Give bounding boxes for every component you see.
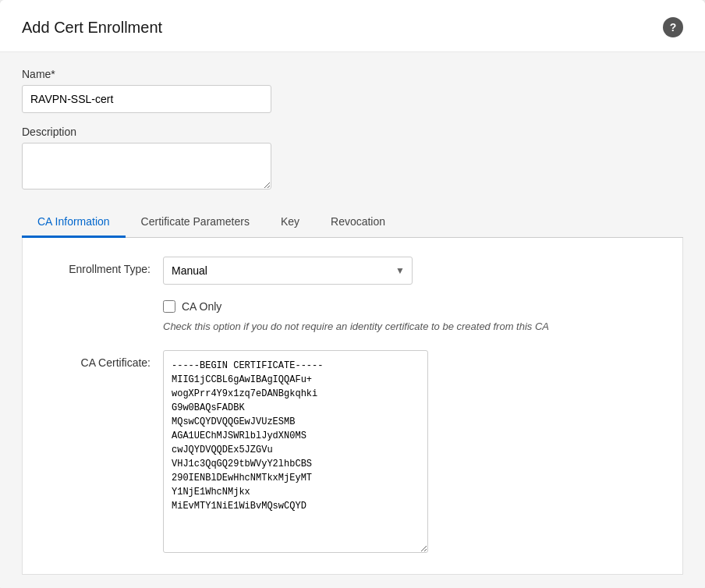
ca-only-label: CA Only xyxy=(182,300,221,313)
ca-only-content: CA Only Check this option if you do not … xyxy=(163,300,667,335)
description-label: Description xyxy=(22,126,683,138)
ca-only-row: CA Only Check this option if you do not … xyxy=(38,300,667,335)
add-cert-enrollment-modal: Add Cert Enrollment ? Name* Description … xyxy=(0,0,705,588)
tab-content-ca-information: Enrollment Type: Manual SCEP EST PKCS12 … xyxy=(22,238,683,575)
tab-ca-information[interactable]: CA Information xyxy=(22,207,126,238)
name-label: Name* xyxy=(22,68,683,80)
enrollment-type-row: Enrollment Type: Manual SCEP EST PKCS12 … xyxy=(38,257,667,285)
name-field-group: Name* xyxy=(22,68,683,113)
modal-title: Add Cert Enrollment xyxy=(22,19,162,37)
tab-certificate-parameters[interactable]: Certificate Parameters xyxy=(126,207,265,238)
enrollment-type-content: Manual SCEP EST PKCS12 ▼ xyxy=(163,257,667,285)
enrollment-type-select[interactable]: Manual SCEP EST PKCS12 xyxy=(163,257,413,285)
enrollment-type-select-wrapper: Manual SCEP EST PKCS12 ▼ xyxy=(163,257,413,285)
ca-only-row-spacer xyxy=(38,300,163,306)
modal-header: Add Cert Enrollment ? xyxy=(0,0,705,52)
ca-certificate-content: -----BEGIN CERTIFICATE----- MIIG1jCCBL6g… xyxy=(163,350,667,555)
ca-certificate-label: CA Certificate: xyxy=(38,350,163,369)
modal-body: Name* Description CA Information Certifi… xyxy=(0,52,705,588)
help-icon[interactable]: ? xyxy=(663,17,683,37)
description-textarea[interactable] xyxy=(22,143,271,190)
ca-certificate-row: CA Certificate: -----BEGIN CERTIFICATE--… xyxy=(38,350,667,555)
description-field-group: Description xyxy=(22,126,683,192)
tab-revocation[interactable]: Revocation xyxy=(315,207,401,238)
enrollment-type-label: Enrollment Type: xyxy=(38,257,163,275)
ca-certificate-textarea[interactable]: -----BEGIN CERTIFICATE----- MIIG1jCCBL6g… xyxy=(163,350,428,553)
tab-key[interactable]: Key xyxy=(265,207,315,238)
ca-only-checkbox-row: CA Only xyxy=(163,300,667,313)
ca-only-hint: Check this option if you do not require … xyxy=(163,319,662,335)
ca-only-checkbox[interactable] xyxy=(163,300,175,313)
tabs-container: CA Information Certificate Parameters Ke… xyxy=(22,207,683,238)
name-input[interactable] xyxy=(22,85,271,113)
